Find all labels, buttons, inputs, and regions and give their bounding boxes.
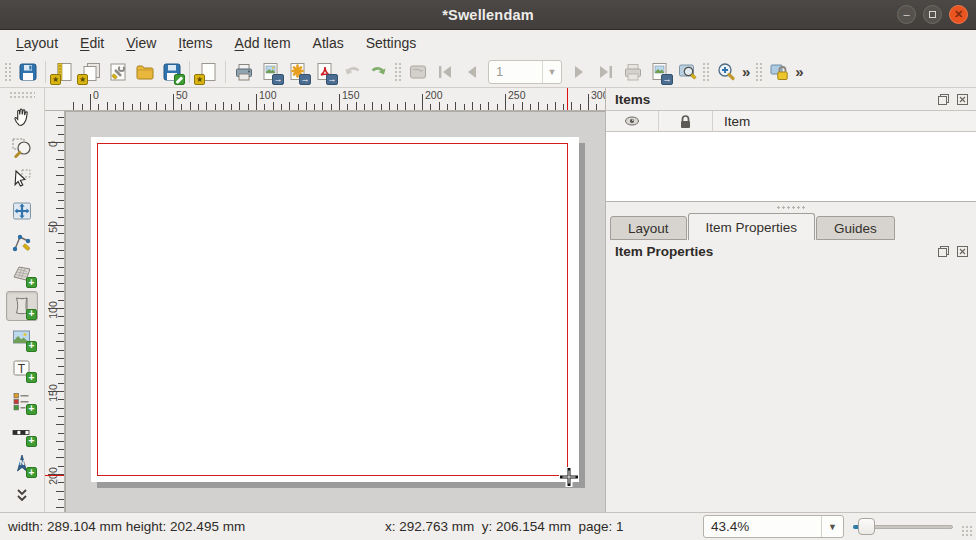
maximize-button[interactable] [923, 5, 942, 24]
atlas-settings-button[interactable] [673, 58, 700, 85]
float-panel-button[interactable] [936, 244, 951, 259]
toolbar-overflow-button[interactable]: » [739, 63, 753, 80]
move-item-content-tool[interactable] [6, 196, 38, 226]
save-project-button[interactable] [14, 58, 41, 85]
ruler-tick [140, 102, 141, 110]
add-items-from-template-button[interactable] [131, 58, 158, 85]
ruler-tick [339, 94, 340, 110]
zoom-slider-handle[interactable] [858, 518, 875, 535]
item-column-header[interactable]: Item [713, 114, 976, 129]
print-atlas-button[interactable] [619, 58, 646, 85]
menu-items[interactable]: Items [168, 32, 222, 54]
edit-nodes-item-tool[interactable] [6, 228, 38, 258]
toolbar-separator [45, 61, 46, 83]
toolbar-grip[interactable] [4, 62, 12, 82]
add-label-tool[interactable]: T + [6, 355, 38, 385]
ruler-tick [58, 316, 64, 317]
toolbar-overflow-button[interactable]: » [792, 63, 806, 80]
menu-add-item[interactable]: Add Item [225, 32, 301, 54]
tab-guides[interactable]: Guides [816, 216, 895, 240]
previous-feature-button[interactable] [458, 58, 485, 85]
select-move-item-tool[interactable] [6, 164, 38, 194]
minimize-button[interactable]: – [897, 5, 916, 24]
tab-layout[interactable]: Layout [610, 216, 687, 240]
toolbar-grip[interactable] [702, 62, 710, 82]
menu-edit[interactable]: Edit [70, 32, 114, 54]
items-panel-header: Items [606, 88, 976, 110]
float-panel-button[interactable] [936, 92, 951, 107]
add-legend-tool[interactable]: + [6, 386, 38, 416]
ruler-tick [347, 104, 348, 110]
toolbar-grip[interactable] [755, 62, 763, 82]
layout-manager-button[interactable] [104, 58, 131, 85]
lock-icon [679, 114, 692, 129]
right-dock-panel: Items [605, 88, 976, 512]
spinbox-dropdown-icon[interactable]: ▼ [542, 61, 561, 83]
eye-icon [624, 115, 640, 127]
ruler-tick [190, 102, 191, 110]
ruler-tick [555, 102, 556, 110]
visibility-column-header[interactable] [606, 111, 659, 131]
zoom-tool[interactable] [6, 133, 38, 163]
export-as-image-button[interactable]: → [257, 58, 284, 85]
window-controls: – ✕ [897, 5, 968, 24]
add-pages-button[interactable]: ★ [194, 58, 221, 85]
first-feature-button[interactable] [431, 58, 458, 85]
add-badge-icon: + [26, 309, 37, 320]
item-properties-content [606, 262, 976, 424]
add-scale-bar-tool[interactable]: + [6, 418, 38, 448]
atlas-settings-icon [676, 61, 698, 83]
ruler-tick [132, 104, 133, 110]
workspace: + + + T [0, 88, 976, 512]
more-tools-button[interactable] [6, 481, 38, 511]
add-badge-icon: + [26, 341, 37, 352]
preview-atlas-button[interactable] [404, 58, 431, 85]
menu-settings[interactable]: Settings [356, 32, 427, 54]
toolbar-grip[interactable] [394, 62, 402, 82]
ruler-tick [98, 104, 99, 110]
atlas-feature-spinbox[interactable]: 1 ▼ [488, 60, 562, 84]
save-as-template-button[interactable] [158, 58, 185, 85]
print-layout-button[interactable] [230, 58, 257, 85]
last-feature-button[interactable] [592, 58, 619, 85]
export-as-pdf-button[interactable]: → [311, 58, 338, 85]
undo-button[interactable] [338, 58, 365, 85]
redo-button[interactable] [365, 58, 392, 85]
panel-splitter[interactable] [606, 202, 976, 212]
menu-view[interactable]: View [116, 32, 166, 54]
close-panel-button[interactable] [955, 244, 970, 259]
duplicate-badge-icon: ★ [77, 74, 88, 85]
zoom-in-button[interactable] [712, 58, 739, 85]
horizontal-ruler: 050100150200250300 [45, 88, 605, 111]
close-button[interactable]: ✕ [949, 5, 968, 24]
lock-column-header[interactable] [659, 111, 713, 131]
resize-grip[interactable] [961, 525, 973, 537]
menu-layout[interactable]: Layout [6, 32, 68, 54]
zoom-slider[interactable] [853, 525, 953, 529]
zoom-level-combobox[interactable]: 43.4% ▼ [703, 515, 844, 538]
items-list[interactable] [606, 132, 976, 202]
export-as-svg-button[interactable]: → [284, 58, 311, 85]
duplicate-layout-button[interactable]: ★ [77, 58, 104, 85]
ruler-tick [522, 102, 523, 110]
add-map-tool[interactable]: + [6, 291, 38, 321]
titlebar[interactable]: *Swellendam – ✕ [0, 0, 976, 30]
map-rubber-band [97, 143, 568, 476]
toolbar-grip[interactable] [9, 91, 35, 99]
pan-layout-tool[interactable] [6, 101, 38, 131]
menu-atlas[interactable]: Atlas [303, 32, 354, 54]
ruler-tick [488, 102, 489, 110]
export-atlas-button[interactable]: → [646, 58, 673, 85]
layout-canvas[interactable] [65, 111, 605, 512]
add-picture-tool[interactable]: + [6, 323, 38, 353]
ruler-tick [58, 482, 64, 483]
next-feature-button[interactable] [565, 58, 592, 85]
add-3d-map-tool[interactable]: + [6, 259, 38, 289]
zoom-dropdown-icon[interactable]: ▼ [821, 516, 843, 537]
lock-layers-button[interactable] [765, 58, 792, 85]
ruler-tick [58, 233, 64, 234]
close-panel-button[interactable] [955, 92, 970, 107]
tab-item-properties[interactable]: Item Properties [688, 213, 816, 240]
add-north-arrow-tool[interactable]: N + [6, 450, 38, 480]
new-layout-button[interactable]: ★ [50, 58, 77, 85]
